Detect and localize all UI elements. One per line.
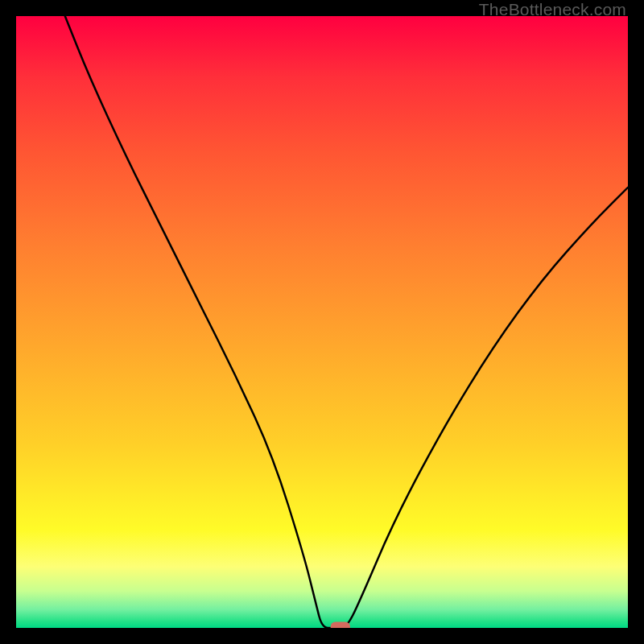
watermark-label: TheBottleneck.com — [479, 0, 626, 19]
chart-svg — [16, 16, 628, 628]
minimum-marker — [331, 621, 350, 628]
bottleneck-curve — [65, 16, 628, 628]
chart-frame — [16, 16, 628, 628]
